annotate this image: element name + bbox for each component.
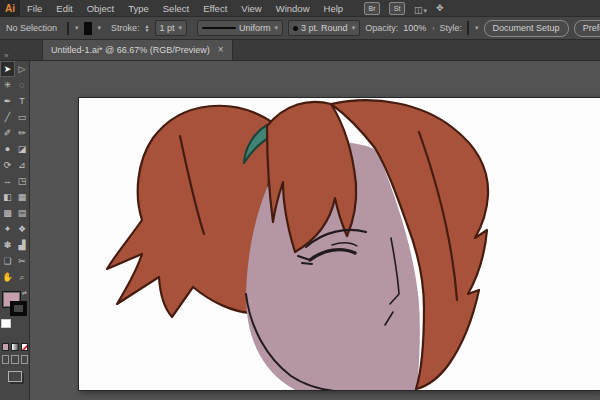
menu-file[interactable]: File (20, 0, 49, 17)
menu-select[interactable]: Select (156, 0, 196, 17)
magic-wand-tool[interactable]: ✳ (0, 77, 15, 93)
swap-fill-stroke-icon[interactable]: ⇄ (22, 289, 27, 296)
fill-stroke-wells: ⇄ (0, 289, 29, 341)
blob-brush-tool[interactable]: ● (0, 141, 15, 157)
menu-help[interactable]: Help (317, 0, 351, 17)
lasso-tool[interactable]: ◌ (15, 77, 29, 93)
artboard[interactable] (78, 97, 600, 391)
shape-builder-tool[interactable]: ◧ (0, 189, 15, 205)
pencil-tool[interactable]: ✏ (15, 125, 29, 141)
column-graph-tool[interactable]: ▟ (15, 237, 29, 253)
tool-grid: ➤▷✳◌✒T╱▭✐✏●◪⟳⊿↔◳◧▦▩▤✦❖✽▟❏✂✋⌕ (0, 61, 29, 285)
stock-button[interactable]: St (389, 2, 405, 15)
perspective-grid-tool[interactable]: ▦ (15, 189, 29, 205)
gradient-tool[interactable]: ▤ (15, 205, 29, 221)
stroke-line-preview (202, 27, 236, 29)
width-profile-dropdown[interactable]: Uniform ▾ (197, 20, 283, 36)
menu-type[interactable]: Type (121, 0, 156, 17)
menu-object[interactable]: Object (80, 0, 121, 17)
stroke-weight-value: 1 pt (160, 23, 175, 33)
screen-mode-button[interactable] (8, 371, 22, 382)
brush-definition-value: 3 pt. Round (301, 23, 348, 33)
opacity-label: Opacity: (365, 23, 398, 33)
artwork-anime-head (79, 98, 600, 390)
eraser-tool[interactable]: ◪ (15, 141, 29, 157)
document-tab-bar: » Untitled-1.ai* @ 66.67% (RGB/Preview) … (0, 40, 600, 61)
draw-modes-row (0, 351, 29, 364)
symbol-sprayer-tool[interactable]: ✽ (0, 237, 15, 253)
panel-collapse-icon[interactable]: » (0, 51, 34, 60)
opacity-more-icon[interactable]: › (432, 25, 434, 32)
none-mode-button[interactable] (21, 343, 28, 351)
menu-edit[interactable]: Edit (49, 0, 79, 17)
stroke-weight-stepper[interactable]: ▲ ▼ (145, 24, 150, 32)
rectangle-tool[interactable]: ▭ (15, 109, 29, 125)
menubar-right: Br St ◫▾ ✥ (364, 0, 444, 17)
pen-tool[interactable]: ✒ (0, 93, 15, 109)
menu-items: FileEditObjectTypeSelectEffectViewWindow… (20, 0, 350, 16)
eyedropper-tool[interactable]: ✦ (0, 221, 15, 237)
selection-tool[interactable]: ➤ (0, 61, 15, 77)
arrange-documents-button[interactable]: ◫▾ (414, 0, 427, 17)
slice-tool[interactable]: ✂ (15, 253, 29, 269)
draw-inside-button[interactable] (21, 355, 28, 364)
control-bar: No Selection ▾ ▾ Stroke: ▲ ▼ 1 pt ▾ Unif… (0, 17, 600, 40)
document-setup-button[interactable]: Document Setup (484, 20, 569, 37)
brush-definition-dropdown[interactable]: 3 pt. Round ▾ (288, 20, 360, 36)
chevron-down-icon[interactable]: ▾ (75, 24, 79, 32)
mesh-tool[interactable]: ▩ (0, 205, 15, 221)
chevron-down-icon: ▾ (179, 24, 183, 32)
artboard-tool[interactable]: ❏ (0, 253, 15, 269)
paint-mode-row (0, 341, 29, 351)
chevron-down-icon: ▾ (352, 24, 356, 32)
draw-behind-button[interactable] (11, 355, 18, 364)
width-tool[interactable]: ↔ (0, 173, 15, 189)
color-mode-button[interactable] (2, 343, 9, 351)
close-icon[interactable]: × (218, 45, 224, 55)
graphic-style-swatch[interactable] (467, 21, 469, 35)
rotate-tool[interactable]: ⟳ (0, 157, 15, 173)
stroke-label: Stroke: (111, 23, 140, 33)
default-fill-stroke-icon[interactable] (1, 319, 11, 328)
canvas-pasteboard[interactable] (30, 61, 600, 400)
paintbrush-tool[interactable]: ✐ (0, 125, 15, 141)
opacity-value[interactable]: 100% (403, 23, 426, 33)
gradient-mode-button[interactable] (11, 343, 18, 351)
document-title: Untitled-1.ai* @ 66.67% (RGB/Preview) (51, 45, 210, 55)
touch-workspace-icon[interactable]: ✥ (436, 3, 444, 13)
stroke-color-swatch[interactable] (84, 22, 92, 35)
chevron-down-icon: ▾ (424, 7, 428, 14)
zoom-tool[interactable]: ⌕ (15, 269, 29, 285)
stroke-weight-dropdown[interactable]: 1 pt ▾ (155, 20, 188, 36)
hand-tool[interactable]: ✋ (0, 269, 15, 285)
app-logo: Ai (0, 0, 20, 17)
blend-tool[interactable]: ❖ (15, 221, 29, 237)
menu-window[interactable]: Window (269, 0, 317, 17)
style-label: Style: (440, 23, 463, 33)
arrange-documents-icon: ◫ (414, 5, 423, 15)
document-tab[interactable]: Untitled-1.ai* @ 66.67% (RGB/Preview) × (42, 39, 233, 60)
main-area: ➤▷✳◌✒T╱▭✐✏●◪⟳⊿↔◳◧▦▩▤✦❖✽▟❏✂✋⌕ ⇄ (0, 61, 600, 400)
scale-tool[interactable]: ⊿ (15, 157, 29, 173)
free-transform-tool[interactable]: ◳ (15, 173, 29, 189)
draw-normal-button[interactable] (2, 355, 9, 364)
type-tool[interactable]: T (15, 93, 29, 109)
line-segment-tool[interactable]: ╱ (0, 109, 15, 125)
selection-status: No Selection (6, 23, 57, 33)
stroke-well[interactable] (10, 301, 27, 316)
menu-view[interactable]: View (234, 0, 268, 17)
stepper-down-icon[interactable]: ▼ (145, 28, 150, 32)
width-profile-value: Uniform (239, 23, 271, 33)
chevron-down-icon[interactable]: ▾ (98, 24, 102, 32)
brush-preview-dot (293, 26, 298, 31)
menu-effect[interactable]: Effect (196, 0, 234, 17)
illustrator-window: Ai FileEditObjectTypeSelectEffectViewWin… (0, 0, 600, 400)
menubar: Ai FileEditObjectTypeSelectEffectViewWin… (0, 0, 600, 17)
direct-selection-tool[interactable]: ▷ (15, 61, 29, 77)
preferences-button[interactable]: Preferences (574, 20, 600, 37)
tools-panel: ➤▷✳◌✒T╱▭✐✏●◪⟳⊿↔◳◧▦▩▤✦❖✽▟❏✂✋⌕ ⇄ (0, 61, 30, 400)
bridge-button[interactable]: Br (364, 2, 380, 15)
chevron-down-icon[interactable]: ▾ (475, 24, 479, 32)
chevron-down-icon: ▾ (275, 24, 279, 32)
fill-color-swatch[interactable] (67, 22, 69, 35)
